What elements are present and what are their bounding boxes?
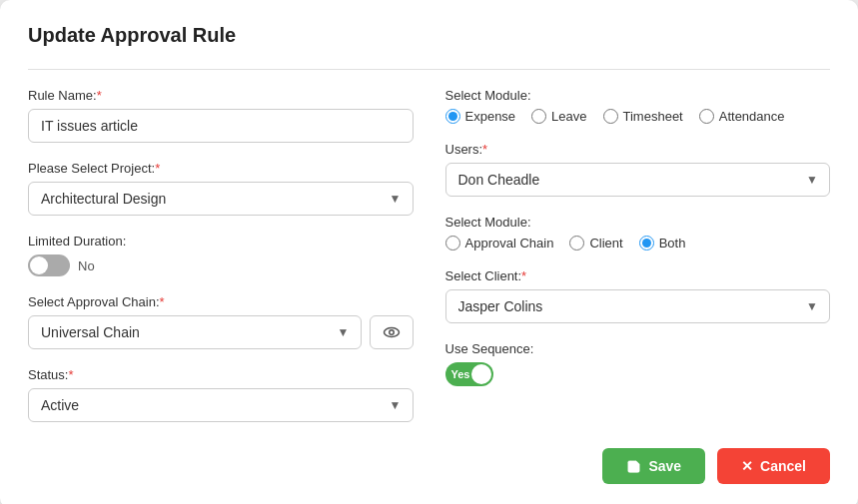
module-timesheet-radio[interactable]	[603, 109, 618, 124]
status-select-wrapper: Active Inactive ▼	[28, 388, 414, 422]
status-select[interactable]: Active Inactive	[28, 388, 414, 422]
select-approval-chain-input[interactable]: Universal Chain Chain B Chain C	[28, 315, 362, 349]
rule-name-label: Rule Name:*	[28, 88, 414, 103]
use-sequence-toggle[interactable]: Yes	[445, 362, 493, 386]
svg-point-0	[384, 328, 399, 337]
module-expense-radio[interactable]	[445, 109, 460, 124]
module2-both-option[interactable]: Both	[639, 236, 686, 251]
module2-radio-group: Approval Chain Client Both	[445, 236, 831, 251]
users-group: Users:* Don Cheadle User B User C ▼	[445, 142, 831, 197]
select-client-wrapper: Jasper Colins Client B Client C ▼	[445, 289, 831, 323]
use-sequence-label: Use Sequence:	[445, 341, 831, 356]
eye-button[interactable]	[370, 315, 414, 349]
left-column: Rule Name:* Please Select Project:* Arch…	[28, 88, 414, 440]
limited-duration-toggle-label: No	[78, 258, 95, 273]
users-select-wrapper: Don Cheadle User B User C ▼	[445, 163, 831, 197]
module-radio-group: Expense Leave Timesheet Attendance	[445, 109, 831, 124]
eye-icon	[383, 323, 401, 341]
select-chain-wrapper: Universal Chain Chain B Chain C ▼	[28, 315, 414, 349]
select-client-group: Select Client:* Jasper Colins Client B C…	[445, 268, 831, 323]
select-project-wrapper: Architectural Design Project B Project C…	[28, 182, 414, 216]
form-grid: Rule Name:* Please Select Project:* Arch…	[28, 88, 830, 440]
select-client-input[interactable]: Jasper Colins Client B Client C	[445, 289, 831, 323]
limited-duration-group: Limited Duration: No	[28, 234, 414, 276]
module2-client-radio[interactable]	[569, 236, 584, 251]
select-approval-chain-label: Select Approval Chain:*	[28, 294, 414, 309]
status-label: Status:*	[28, 367, 414, 382]
rule-name-input[interactable]	[28, 109, 414, 143]
module-attendance-option[interactable]: Attendance	[699, 109, 785, 124]
module2-client-option[interactable]: Client	[569, 236, 622, 251]
limited-duration-toggle[interactable]	[28, 254, 70, 276]
use-sequence-row: Yes	[445, 362, 831, 386]
save-icon	[626, 459, 641, 474]
module2-approval-chain-option[interactable]: Approval Chain	[445, 236, 554, 251]
module-timesheet-option[interactable]: Timesheet	[603, 109, 683, 124]
update-approval-rule-modal: Update Approval Rule Rule Name:* Please …	[0, 0, 858, 504]
footer-buttons: Save ✕ Cancel	[28, 448, 830, 484]
use-sequence-group: Use Sequence: Yes	[445, 341, 831, 386]
select-module-label: Select Module:	[445, 88, 831, 103]
module-attendance-radio[interactable]	[699, 109, 714, 124]
select-client-label: Select Client:*	[445, 268, 831, 283]
toggle-knob	[30, 256, 48, 274]
limited-duration-toggle-wrapper: No	[28, 254, 414, 276]
select-project-input[interactable]: Architectural Design Project B Project C	[28, 182, 414, 216]
select-project-group: Please Select Project:* Architectural De…	[28, 161, 414, 216]
select-approval-chain-group: Select Approval Chain:* Universal Chain …	[28, 294, 414, 349]
svg-point-1	[389, 330, 394, 335]
select-module2-label: Select Module:	[445, 215, 831, 230]
module2-approval-chain-radio[interactable]	[445, 236, 460, 251]
use-sequence-knob	[471, 364, 491, 384]
module2-both-radio[interactable]	[639, 236, 654, 251]
module-leave-radio[interactable]	[531, 109, 546, 124]
use-sequence-yes-label: Yes	[451, 368, 470, 380]
limited-duration-label: Limited Duration:	[28, 234, 414, 249]
modal-title: Update Approval Rule	[28, 24, 830, 47]
cancel-icon: ✕	[741, 458, 753, 474]
right-column: Select Module: Expense Leave Timesheet	[445, 88, 831, 440]
users-select[interactable]: Don Cheadle User B User C	[445, 163, 831, 197]
select-module2-group: Select Module: Approval Chain Client Bot…	[445, 215, 831, 251]
status-group: Status:* Active Inactive ▼	[28, 367, 414, 422]
save-button[interactable]: Save	[602, 448, 705, 484]
select-module-group: Select Module: Expense Leave Timesheet	[445, 88, 831, 124]
cancel-button[interactable]: ✕ Cancel	[717, 448, 830, 484]
module-leave-option[interactable]: Leave	[531, 109, 586, 124]
users-label: Users:*	[445, 142, 831, 157]
select-project-label: Please Select Project:*	[28, 161, 414, 176]
rule-name-group: Rule Name:*	[28, 88, 414, 143]
module-expense-option[interactable]: Expense	[445, 109, 516, 124]
